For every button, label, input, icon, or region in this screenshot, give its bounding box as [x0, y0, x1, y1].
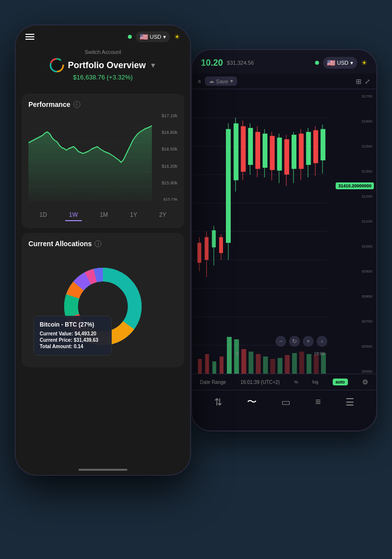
- svg-rect-61: [314, 355, 318, 374]
- perf-price-labels: $17.10k $16.80k $16.50k $16.20k $15.90k …: [162, 113, 177, 202]
- svg-rect-10: [197, 243, 201, 263]
- back-phone-header: 10.20 $31,324.56 🇺🇸 USD ▾ ☀: [192, 50, 376, 74]
- svg-rect-51: [242, 349, 246, 374]
- svg-rect-28: [263, 133, 268, 168]
- nav-list-icon[interactable]: ≡: [315, 396, 321, 407]
- percent-button[interactable]: %: [294, 380, 298, 384]
- switch-account-label[interactable]: Switch Account: [25, 49, 180, 55]
- chart-label-a: a: [198, 78, 201, 84]
- theme-toggle-icon[interactable]: ☀: [174, 33, 180, 41]
- price-label: $16.20k: [162, 164, 177, 169]
- minus-button[interactable]: −: [275, 336, 286, 347]
- phone-content: Performance i $17.10k $16.80k $16.50k $1…: [16, 89, 190, 474]
- allocations-title-row: Current Allocations i: [28, 240, 177, 248]
- portfolio-dropdown-icon[interactable]: ▼: [150, 61, 157, 69]
- scene: 10.20 $31,324.56 🇺🇸 USD ▾ ☀ a: [5, 10, 387, 549]
- tab-1w[interactable]: 1W: [65, 209, 82, 221]
- price-label: $17.10k: [162, 113, 177, 118]
- svg-rect-54: [263, 356, 268, 374]
- svg-rect-47: [212, 361, 216, 374]
- price-level: 31600: [362, 119, 372, 124]
- svg-rect-60: [307, 354, 312, 374]
- auto-button[interactable]: auto: [333, 379, 348, 385]
- time-display: 16:01:39 (UTC+2): [241, 380, 280, 385]
- portfolio-title-row: Portfolio Overview ▼: [25, 58, 180, 73]
- plus-button[interactable]: +: [303, 336, 314, 347]
- tooltip-ta-value: 0.14: [74, 344, 83, 349]
- svg-rect-55: [270, 359, 275, 374]
- log-button[interactable]: log: [312, 380, 318, 384]
- save-label: Save: [216, 78, 228, 84]
- performance-title-row: Performance i: [28, 101, 177, 108]
- hamburger-menu[interactable]: [25, 34, 34, 40]
- svg-rect-62: [321, 353, 326, 374]
- back-toolbar: Date Range 16:01:39 (UTC+2) % log auto ⚙: [192, 374, 376, 390]
- svg-rect-18: [226, 129, 231, 243]
- svg-rect-24: [248, 128, 253, 165]
- theme-icon[interactable]: ☀: [361, 59, 368, 67]
- performance-info-icon[interactable]: i: [74, 101, 80, 108]
- nav-menu-icon[interactable]: ☰: [345, 396, 354, 408]
- svg-rect-40: [306, 132, 311, 165]
- tooltip-ta-label: Total Amount:: [40, 344, 73, 349]
- nav-chart-icon[interactable]: 〜: [247, 395, 257, 408]
- tooltip-cp-value: $31,439.63: [74, 337, 98, 343]
- nav-portfolio-icon[interactable]: ▭: [281, 396, 291, 408]
- settings-icon[interactable]: ⚙: [362, 378, 368, 386]
- svg-rect-57: [285, 355, 290, 374]
- expand-icon[interactable]: ⤢: [365, 77, 370, 85]
- candlestick-chart: [192, 89, 327, 374]
- tab-1d[interactable]: 1D: [35, 209, 50, 221]
- nav-transfer-icon[interactable]: ⇅: [214, 396, 222, 408]
- back-nav: ⇅ 〜 ▭ ≡ ☰: [192, 390, 376, 413]
- allocations-info-icon[interactable]: i: [95, 240, 101, 247]
- price-level: 30000: [362, 369, 372, 374]
- currency-selector[interactable]: 🇺🇸 USD ▾: [323, 57, 357, 69]
- svg-rect-48: [220, 356, 223, 374]
- svg-rect-30: [270, 136, 275, 170]
- svg-rect-14: [212, 230, 216, 248]
- back-phone: 10.20 $31,324.56 🇺🇸 USD ▾ ☀ a: [191, 49, 377, 432]
- svg-rect-59: [299, 352, 304, 374]
- back-price-value: 10.20: [201, 58, 223, 68]
- svg-rect-49: [227, 337, 232, 374]
- portfolio-header: Switch Account Portfolio Overview ▼ $16,…: [16, 45, 190, 89]
- tooltip-current-price: Current Price: $31,439.63: [40, 337, 105, 343]
- back-price-main: 10.20: [201, 58, 223, 68]
- date-range-label: Date Range: [200, 380, 226, 385]
- tooltip-cv-value: $4,493.20: [74, 331, 97, 336]
- tooltip-cv-label: Current Value:: [40, 331, 73, 336]
- currency-chevron-icon: ▾: [163, 34, 166, 40]
- svg-rect-46: [205, 354, 209, 374]
- svg-rect-53: [256, 354, 261, 374]
- price-labels: 31700 31600 31500 31300 31200 31100 3100…: [362, 94, 372, 374]
- currency-text: USD: [150, 34, 161, 40]
- svg-point-67: [52, 61, 61, 70]
- chart-nav-controls: − ↻ + ›: [275, 336, 327, 347]
- svg-rect-52: [248, 352, 253, 374]
- next-button[interactable]: ›: [317, 336, 327, 347]
- svg-rect-12: [205, 237, 209, 260]
- current-price-tag: 31410.20000000: [336, 182, 374, 189]
- save-row: a ☁ Save ▾ ⊞ ⤢: [192, 74, 376, 89]
- time-tabs: 1D 1W 1M 1Y 2Y: [28, 207, 177, 221]
- portfolio-title: Portfolio Overview: [68, 60, 146, 71]
- svg-rect-34: [284, 139, 289, 175]
- tab-1m[interactable]: 1M: [96, 209, 112, 221]
- price-label: $15.79k: [162, 197, 177, 202]
- price-level: 30500: [362, 344, 372, 349]
- grid-icon[interactable]: ⊞: [356, 77, 362, 85]
- price-level: 31100: [362, 219, 372, 224]
- svg-rect-32: [277, 138, 282, 171]
- tab-1y[interactable]: 1Y: [126, 209, 141, 221]
- price-level: 30900: [362, 269, 372, 274]
- time-label-18: 18:00: [314, 351, 325, 356]
- save-button[interactable]: ☁ Save ▾: [205, 76, 237, 86]
- status-bar: 🇺🇸 USD ▾ ☀: [16, 25, 190, 45]
- svg-rect-45: [198, 359, 202, 374]
- refresh-button[interactable]: ↻: [289, 336, 300, 347]
- currency-selector-front[interactable]: 🇺🇸 USD ▾: [136, 31, 170, 42]
- tooltip-total-amount: Total Amount: 0.14: [40, 344, 105, 349]
- tab-2y[interactable]: 2Y: [155, 209, 171, 221]
- home-indicator: [78, 469, 127, 471]
